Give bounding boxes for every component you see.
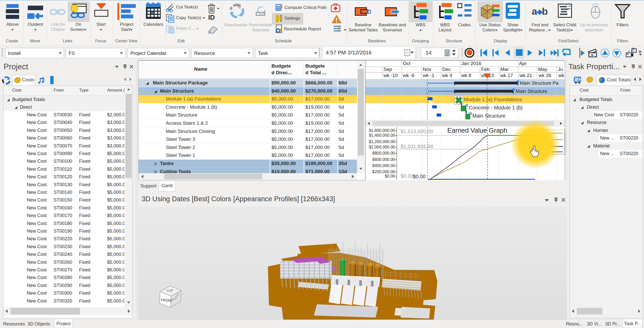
svg-text:FRONT: FRONT	[161, 298, 173, 303]
svg-text:a: a	[532, 7, 537, 17]
svg-text:b: b	[542, 7, 548, 17]
